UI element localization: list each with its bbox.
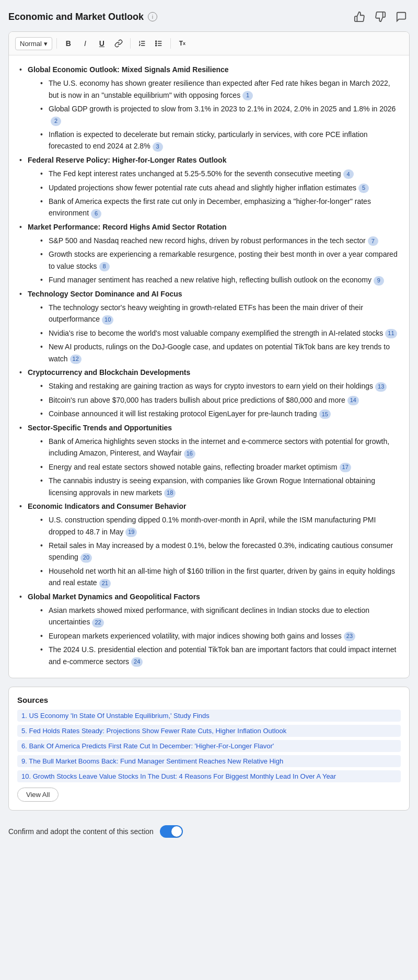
bold-button[interactable]: B xyxy=(61,36,76,51)
source-link[interactable]: 5. Fed Holds Rates Steady: Projections S… xyxy=(17,725,401,737)
sources-list: 1. US Economy 'In State Of Unstable Equi… xyxy=(17,710,401,782)
citation-badge: 19 xyxy=(125,528,137,537)
list-item: Bank of America highlights seven stocks … xyxy=(40,436,399,459)
section-title: Cryptocurrency and Blockchain Developmen… xyxy=(28,368,190,377)
section-title: Global Market Dynamics and Geopolitical … xyxy=(28,592,200,601)
source-link[interactable]: 1. US Economy 'In State Of Unstable Equi… xyxy=(17,710,401,722)
confirm-toggle[interactable] xyxy=(160,825,183,838)
source-link[interactable]: 9. The Bull Market Booms Back: Fund Mana… xyxy=(17,755,401,767)
clear-format-button[interactable]: Tx xyxy=(175,36,190,51)
citation-badge: 16 xyxy=(184,449,195,459)
list-item: U.S. construction spending dipped 0.1% m… xyxy=(40,514,399,538)
content-area[interactable]: Global Economic Outlook: Mixed Signals A… xyxy=(9,55,409,678)
toolbar-separator-2 xyxy=(130,38,131,49)
citation-badge: 14 xyxy=(347,396,359,405)
section-item: Economic Indicators and Consumer Behavio… xyxy=(19,500,399,589)
section-title: Sector-Specific Trends and Opportunities xyxy=(28,424,172,432)
sources-container: Sources 1. US Economy 'In State Of Unsta… xyxy=(8,687,410,811)
list-item: Inflation is expected to decelerate but … xyxy=(40,129,399,152)
comment-button[interactable] xyxy=(393,8,410,25)
list-item: Growth stocks are experiencing a remarka… xyxy=(40,248,399,272)
section-title: Market Performance: Record Highs Amid Se… xyxy=(28,223,227,231)
citation-badge: 17 xyxy=(340,463,351,472)
section-title: Global Economic Outlook: Mixed Signals A… xyxy=(28,65,229,74)
list-item: Retail sales in May increased by a modes… xyxy=(40,540,399,563)
citation-badge: 18 xyxy=(164,488,176,498)
citation-badge: 24 xyxy=(131,657,143,667)
list-item: Global GDP growth is projected to slow f… xyxy=(40,103,399,127)
citation-badge: 5 xyxy=(358,184,369,193)
confirm-label: Confirm and adopt the content of this se… xyxy=(8,827,154,836)
list-item: S&P 500 and Nasdaq reached new record hi… xyxy=(40,235,399,246)
list-item: Updated projections show fewer potential… xyxy=(40,182,399,193)
section-title: Economic Indicators and Consumer Behavio… xyxy=(28,502,186,510)
section-item: Sector-Specific Trends and Opportunities… xyxy=(19,422,399,498)
info-icon[interactable]: i xyxy=(148,12,157,21)
thumbs-down-button[interactable] xyxy=(372,8,389,25)
svg-point-8 xyxy=(156,45,157,46)
list-item: Bank of America expects the first rate c… xyxy=(40,196,399,219)
citation-badge: 9 xyxy=(374,276,384,286)
list-item: Energy and real estate sectors showed no… xyxy=(40,461,399,473)
citation-badge: 11 xyxy=(385,329,397,338)
ordered-list-button[interactable] xyxy=(135,36,149,51)
section-item: Global Economic Outlook: Mixed Signals A… xyxy=(19,64,399,152)
page-header: Economic and Market Outlook i xyxy=(8,8,410,25)
sources-title: Sources xyxy=(17,696,401,704)
citation-badge: 22 xyxy=(92,618,103,628)
citation-badge: 8 xyxy=(99,262,110,271)
page-title: Economic and Market Outlook xyxy=(8,12,144,22)
section-item: Technology Sector Dominance and AI Focus… xyxy=(19,288,399,364)
citation-badge: 4 xyxy=(343,169,354,179)
list-item: Household net worth hit an all-time high… xyxy=(40,565,399,589)
link-button[interactable] xyxy=(111,36,126,51)
toolbar-separator-3 xyxy=(170,38,171,49)
citation-badge: 20 xyxy=(80,553,92,563)
citation-badge: 12 xyxy=(70,355,82,364)
chevron-down-icon: ▾ xyxy=(44,40,48,48)
section-item: Federal Reserve Policy: Higher-for-Longe… xyxy=(19,154,399,219)
list-item: European markets experienced volatility,… xyxy=(40,630,399,642)
source-link[interactable]: 6. Bank Of America Predicts First Rate C… xyxy=(17,740,401,752)
citation-badge: 6 xyxy=(91,209,101,219)
thumbs-up-button[interactable] xyxy=(351,8,368,25)
section-title: Technology Sector Dominance and AI Focus xyxy=(28,290,182,298)
list-item: New AI products, rulings on the DoJ-Goog… xyxy=(40,341,399,364)
section-item: Cryptocurrency and Blockchain Developmen… xyxy=(19,367,399,420)
section-item: Global Market Dynamics and Geopolitical … xyxy=(19,591,399,667)
list-item: The Fed kept interest rates unchanged at… xyxy=(40,168,399,179)
list-item: Bitcoin's run above $70,000 has traders … xyxy=(40,394,399,406)
citation-badge: 1 xyxy=(242,91,253,100)
citation-badge: 3 xyxy=(153,142,163,152)
citation-badge: 10 xyxy=(102,315,113,325)
citation-badge: 13 xyxy=(375,382,387,392)
svg-point-7 xyxy=(156,43,157,44)
citation-badge: 15 xyxy=(319,409,331,419)
section-item: Market Performance: Record Highs Amid Se… xyxy=(19,221,399,286)
unordered-list-button[interactable] xyxy=(152,36,166,51)
format-selector[interactable]: Normal ▾ xyxy=(15,37,52,50)
italic-button[interactable]: I xyxy=(78,36,92,51)
header-left: Economic and Market Outlook i xyxy=(8,12,157,22)
list-item: The cannabis industry is seeing expansio… xyxy=(40,475,399,498)
toolbar-separator-1 xyxy=(56,38,57,49)
citation-badge: 21 xyxy=(99,579,111,588)
view-all-button[interactable]: View All xyxy=(17,788,59,802)
list-item: The technology sector's heavy weighting … xyxy=(40,302,399,325)
header-actions xyxy=(351,8,410,25)
citation-badge: 2 xyxy=(51,117,61,126)
underline-button[interactable]: U xyxy=(95,36,109,51)
editor-container: Normal ▾ B I U Tx Global Economic Outloo… xyxy=(8,31,410,678)
section-title: Federal Reserve Policy: Higher-for-Longe… xyxy=(28,156,226,164)
toolbar: Normal ▾ B I U Tx xyxy=(9,32,409,55)
list-item: The U.S. economy has shown greater resil… xyxy=(40,77,399,101)
list-item: Coinbase announced it will list restakin… xyxy=(40,408,399,419)
list-item: The 2024 U.S. presidential election and … xyxy=(40,644,399,667)
source-link[interactable]: 10. Growth Stocks Leave Value Stocks In … xyxy=(17,770,401,782)
list-item: Asian markets showed mixed performance, … xyxy=(40,605,399,628)
main-list: Global Economic Outlook: Mixed Signals A… xyxy=(19,64,399,667)
list-item: Fund manager sentiment has reached a new… xyxy=(40,274,399,286)
svg-point-6 xyxy=(156,41,157,42)
confirm-row: Confirm and adopt the content of this se… xyxy=(8,819,410,840)
list-item: Staking and restaking are gaining tracti… xyxy=(40,380,399,392)
